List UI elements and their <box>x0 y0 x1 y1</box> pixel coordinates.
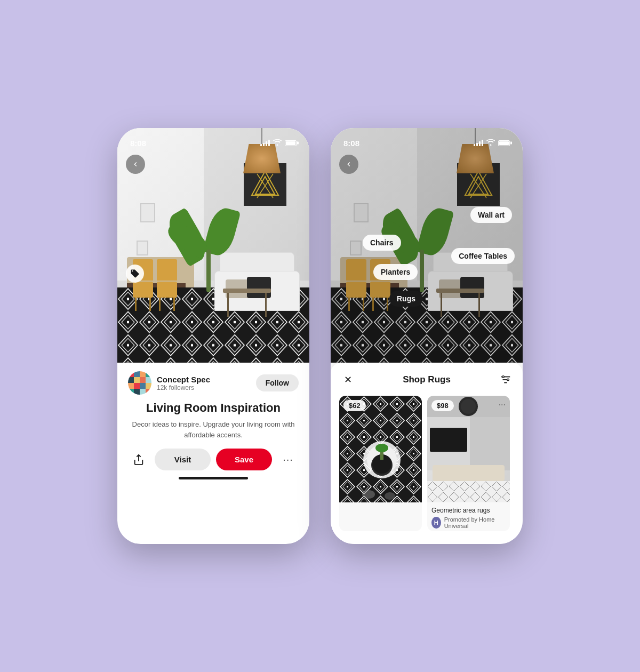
home-indicator-1 <box>179 477 248 479</box>
follow-button[interactable]: Follow <box>256 374 299 391</box>
tag-planters[interactable]: Planters <box>373 264 418 280</box>
svg-rect-20 <box>134 383 140 389</box>
svg-rect-13 <box>140 371 146 377</box>
svg-point-54 <box>362 490 375 499</box>
product-price-2: $98 <box>431 400 454 411</box>
svg-rect-15 <box>128 377 134 383</box>
svg-rect-11 <box>128 371 134 377</box>
product-info-2: ··· Geometric area rugs H Promoted by Ho… <box>427 502 510 531</box>
coffee-table-decoration <box>223 289 271 321</box>
svg-rect-14 <box>146 371 151 377</box>
svg-rect-62 <box>430 428 467 452</box>
pin-info-panel-1: Concept Spec 12k followers Follow Living… <box>117 363 309 488</box>
shop-panel: ✕ Shop Rugs <box>331 363 523 544</box>
product-image-1: $62 <box>339 396 422 502</box>
author-name: Concept Spec <box>157 375 256 384</box>
product-card-1[interactable]: $62 <box>339 396 422 531</box>
svg-rect-25 <box>140 389 146 395</box>
back-button-2[interactable] <box>339 155 358 174</box>
action-row: Visit Save ··· <box>128 449 299 470</box>
svg-rect-21 <box>140 383 146 389</box>
svg-marker-0 <box>252 171 278 195</box>
svg-rect-16 <box>134 377 140 383</box>
shop-filter-button[interactable] <box>497 371 514 388</box>
pin-image-2: Chairs Wall art Coffee Tables Planters R… <box>331 128 523 363</box>
pin-title: Living Room Inspiration <box>128 401 299 415</box>
author-followers: 12k followers <box>157 384 256 391</box>
svg-rect-18 <box>146 377 151 383</box>
author-info: Concept Spec 12k followers <box>157 375 256 391</box>
svg-point-40 <box>502 376 505 378</box>
shop-title: Shop Rugs <box>356 374 497 385</box>
promoted-avatar: H <box>431 517 441 529</box>
avatar[interactable] <box>128 371 151 395</box>
product-price-1: $62 <box>343 400 366 411</box>
svg-rect-12 <box>134 371 140 377</box>
product-image-2: $98 <box>427 396 510 502</box>
svg-rect-61 <box>470 417 510 470</box>
svg-rect-22 <box>146 383 151 389</box>
products-row: $62 <box>339 396 514 531</box>
svg-rect-24 <box>134 389 140 395</box>
time-1: 8:08 <box>130 139 146 148</box>
save-button[interactable]: Save <box>216 449 272 470</box>
more-options-button[interactable]: ··· <box>277 449 299 470</box>
promoted-row: H Promoted by Home Universal <box>431 516 506 529</box>
back-button-1[interactable] <box>126 155 145 174</box>
wall-frame-1 <box>140 203 155 222</box>
status-bar-1: 8:08 <box>117 128 309 151</box>
pin-image-1 <box>117 128 309 363</box>
tag-wall-art[interactable]: Wall art <box>470 207 512 223</box>
tag-coffee-tables[interactable]: Coffee Tables <box>451 248 515 264</box>
svg-point-59 <box>461 399 476 414</box>
phone-1: 8:08 <box>117 128 309 544</box>
svg-rect-66 <box>427 481 510 502</box>
tag-rugs[interactable]: Rugs <box>389 291 423 307</box>
svg-rect-17 <box>140 377 146 383</box>
product-more-button[interactable]: ··· <box>499 400 506 410</box>
product-card-2[interactable]: $98 ··· Geometric area rugs H Promoted b… <box>427 396 510 531</box>
svg-point-53 <box>375 444 388 452</box>
shop-header: ✕ Shop Rugs <box>339 371 514 388</box>
promoted-text: Promoted by Home Universal <box>444 516 506 529</box>
plant-decoration <box>198 207 219 292</box>
status-icons-1 <box>260 139 297 147</box>
phone-2: 8:08 <box>331 128 523 544</box>
pin-description: Decor ideas to inspire. Upgrade your liv… <box>128 419 299 440</box>
svg-rect-19 <box>128 383 134 389</box>
visit-button[interactable]: Visit <box>155 449 211 470</box>
wall-frame-2 <box>137 241 148 255</box>
room-scene-1 <box>117 128 309 363</box>
product-name-2: Geometric area rugs <box>431 507 506 514</box>
svg-point-41 <box>507 379 509 381</box>
svg-point-55 <box>385 492 395 500</box>
battery-icon-1 <box>285 140 297 146</box>
svg-rect-26 <box>146 389 151 395</box>
shop-close-button[interactable]: ✕ <box>339 371 356 388</box>
svg-rect-23 <box>128 389 134 395</box>
product-tags-container: Chairs Wall art Coffee Tables Planters R… <box>331 128 523 363</box>
signal-icon-1 <box>260 140 270 146</box>
wifi-icon-1 <box>273 139 282 147</box>
tag-chairs[interactable]: Chairs <box>363 235 401 251</box>
author-row: Concept Spec 12k followers Follow <box>128 371 299 395</box>
svg-rect-63 <box>433 465 505 481</box>
share-button[interactable] <box>128 449 149 470</box>
